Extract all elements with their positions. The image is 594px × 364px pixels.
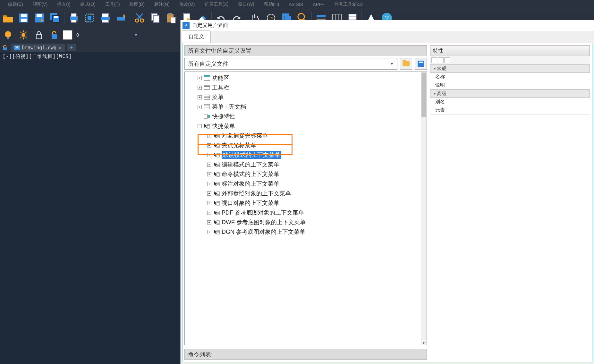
- save-file-button[interactable]: [415, 58, 427, 70]
- dropdown-value: 所有自定义文件: [188, 60, 228, 68]
- dialog-title: 自定义用户界面: [192, 22, 228, 29]
- menu-ext-tools[interactable]: 扩展工具(X): [200, 0, 233, 9]
- menu-draw[interactable]: 绘图(D): [125, 0, 149, 9]
- svg-rect-56: [204, 86, 210, 87]
- layer-lock-icon[interactable]: [32, 28, 46, 42]
- tree-item[interactable]: +功能区: [185, 73, 427, 83]
- expand-icon[interactable]: +: [207, 172, 211, 176]
- cui-file-dropdown[interactable]: 所有自定义文件 ▼: [184, 58, 397, 70]
- menu-view[interactable]: 视图(V): [28, 0, 53, 9]
- tree-item[interactable]: +PDF 参考底图对象的上下文菜单: [185, 208, 427, 217]
- menu-app-plus[interactable]: APP+: [308, 1, 329, 8]
- menu-help[interactable]: 帮助(H): [259, 0, 284, 9]
- tree-item-label: 菜单: [212, 93, 224, 101]
- prop-label-alias: 别名: [430, 99, 446, 105]
- prop-page-icon[interactable]: [444, 57, 450, 63]
- layer-bulb-icon[interactable]: [1, 28, 15, 42]
- tree-item[interactable]: +菜单: [185, 92, 427, 102]
- expand-icon[interactable]: +: [198, 95, 202, 99]
- print-button[interactable]: [66, 11, 81, 25]
- expand-icon[interactable]: +: [198, 86, 202, 90]
- open-button[interactable]: [1, 11, 15, 25]
- tree-item[interactable]: +DWF 参考底图对象的上下文菜单: [185, 217, 427, 227]
- tree-item[interactable]: +标注对象的上下文菜单: [185, 179, 427, 189]
- open-file-button[interactable]: [400, 58, 412, 70]
- tree-item[interactable]: +DGN 参考底图对象的上下文菜单: [185, 227, 427, 237]
- scroll-thumb[interactable]: [421, 72, 426, 117]
- prop-group-advanced: ▾高级 别名 元素: [430, 89, 590, 114]
- expand-icon[interactable]: +: [207, 182, 211, 186]
- prop-sort-icon[interactable]: [431, 57, 437, 63]
- menu-modify[interactable]: 修改(M): [174, 0, 200, 9]
- menu-yanxiu[interactable]: 燕秀工具箱2.8: [329, 0, 368, 9]
- menu-arcgis[interactable]: ArcGIS: [284, 1, 308, 8]
- close-tab-icon[interactable]: ✕: [58, 45, 62, 51]
- chevron-down-icon: ▼: [390, 62, 394, 66]
- svg-point-27: [298, 13, 304, 20]
- prop-row-element[interactable]: 元素: [430, 106, 590, 114]
- tree-scrollbar[interactable]: ▲ ▼: [421, 72, 427, 345]
- expand-icon[interactable]: +: [198, 105, 202, 109]
- svg-rect-86: [217, 192, 219, 196]
- viewport-label[interactable]: [-][俯视][二维线框][WCS]: [3, 54, 72, 60]
- layer-sun-icon[interactable]: [17, 28, 30, 42]
- collapse-icon[interactable]: −: [198, 124, 202, 128]
- menu-annotate[interactable]: 标注(N): [149, 0, 174, 9]
- prop-row-name[interactable]: 名称: [430, 73, 590, 81]
- menu-edit[interactable]: 编辑(E): [3, 0, 28, 9]
- print-preview-button[interactable]: [82, 11, 97, 25]
- layer-unlock-icon[interactable]: [47, 28, 61, 42]
- dialog-titlebar[interactable]: A 自定义用户界面: [181, 20, 594, 31]
- expand-icon[interactable]: +: [207, 201, 211, 205]
- tree-item-label: DGN 参考底图对象的上下文菜单: [222, 228, 305, 236]
- page-setup-button[interactable]: [98, 11, 112, 25]
- menu-format[interactable]: 格式(O): [75, 0, 100, 9]
- prop-row-alias[interactable]: 别名: [430, 98, 590, 106]
- folder-icon: [403, 61, 410, 66]
- cut-button[interactable]: [132, 11, 147, 25]
- prop-group-advanced-header[interactable]: ▾高级: [430, 89, 590, 98]
- layer-color-swatch[interactable]: [63, 30, 72, 40]
- customize-tree[interactable]: +功能区+工具栏+菜单+菜单 - 无文档快捷特性−快捷菜单+对象捕捉光标菜单+夹…: [185, 72, 427, 238]
- tree-item[interactable]: 快捷特性: [185, 112, 427, 121]
- tree-item[interactable]: +菜单 - 无文档: [185, 102, 427, 112]
- prop-row-desc[interactable]: 说明: [430, 81, 590, 89]
- tree-item[interactable]: +命令模式的上下文菜单: [185, 169, 427, 179]
- menu-window[interactable]: 窗口(W): [233, 0, 259, 9]
- new-tab-button[interactable]: +: [67, 44, 76, 51]
- svg-line-48: [20, 37, 21, 38]
- expand-icon[interactable]: +: [207, 220, 211, 224]
- tree-item[interactable]: −快捷菜单: [185, 121, 427, 131]
- tree-item[interactable]: +工具栏: [185, 83, 427, 92]
- expand-icon[interactable]: +: [207, 143, 211, 148]
- tree-item-label: 编辑模式的上下文菜单: [222, 161, 279, 168]
- menu-tools[interactable]: 工具(T): [100, 0, 125, 9]
- tree-item[interactable]: +夹点光标菜单: [185, 140, 427, 150]
- copy-button[interactable]: [148, 11, 162, 25]
- expand-icon[interactable]: +: [198, 76, 202, 80]
- expand-icon[interactable]: +: [207, 211, 211, 215]
- expand-icon[interactable]: +: [207, 134, 211, 138]
- paste-button[interactable]: [164, 11, 178, 25]
- tab-customize[interactable]: 自定义: [182, 30, 211, 43]
- drawing-tab[interactable]: DWG Drawing1.dwg ✕: [11, 44, 65, 52]
- saveas-button[interactable]: [32, 11, 47, 25]
- tree-item[interactable]: +默认模式的上下文菜单: [185, 150, 427, 160]
- tree-item[interactable]: +视口对象的上下文菜单: [185, 198, 427, 208]
- expand-icon[interactable]: +: [207, 163, 211, 167]
- prop-group-general-header[interactable]: ▾常规: [430, 64, 590, 73]
- menu-insert[interactable]: 插入(I): [52, 0, 75, 9]
- expand-icon[interactable]: +: [207, 153, 211, 157]
- save-button[interactable]: [16, 11, 31, 25]
- tree-item[interactable]: +对象捕捉光标菜单: [185, 131, 427, 140]
- tree-item[interactable]: +外部参照对象的上下文菜单: [185, 189, 427, 198]
- expand-icon[interactable]: +: [207, 191, 211, 196]
- scroll-down-icon[interactable]: ▼: [422, 341, 425, 345]
- layer-dropdown-icon[interactable]: ▼: [134, 33, 138, 37]
- save-all-button[interactable]: [48, 11, 62, 25]
- layer-name-field[interactable]: 0: [74, 30, 132, 39]
- tree-item[interactable]: +编辑模式的上下文菜单: [185, 160, 427, 169]
- expand-icon[interactable]: +: [207, 230, 211, 234]
- prop-az-icon[interactable]: [438, 57, 444, 63]
- publish-button[interactable]: [114, 11, 128, 25]
